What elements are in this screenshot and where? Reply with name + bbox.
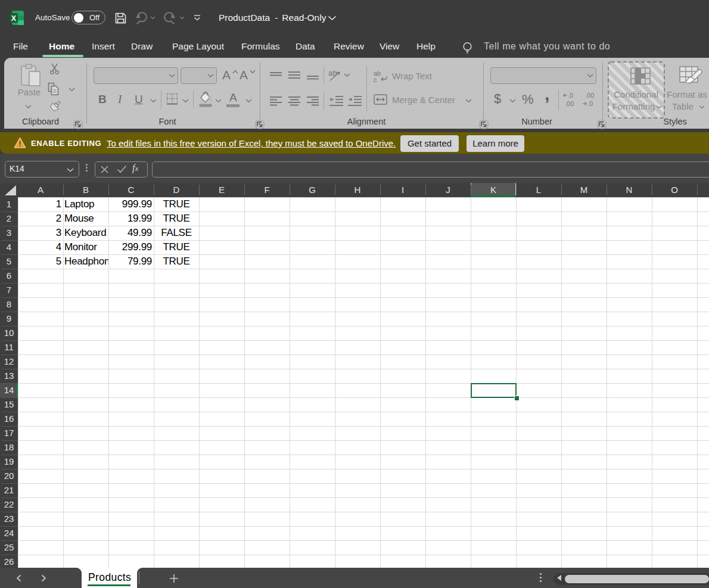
svg-text:.00: .00 xyxy=(565,100,574,107)
svg-text:.0: .0 xyxy=(587,100,593,107)
svg-text:.0: .0 xyxy=(568,92,573,99)
svg-text:X: X xyxy=(11,14,17,23)
svg-text:.00: .00 xyxy=(585,92,594,99)
svg-text:c: c xyxy=(374,76,377,83)
